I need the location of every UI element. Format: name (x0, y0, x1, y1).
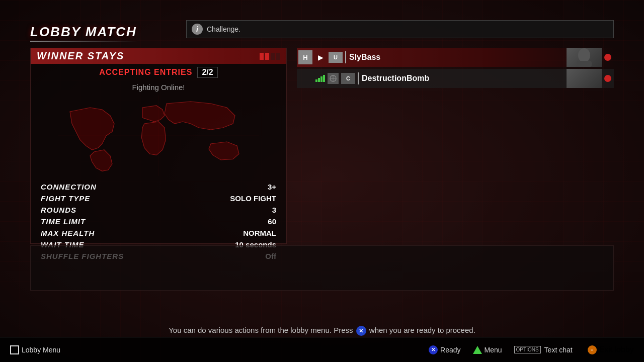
player-list: H ▶ U SlyBass C Destruc (297, 48, 614, 90)
panel-title: WINNER STAYS (37, 50, 124, 62)
svg-rect-4 (577, 61, 592, 67)
text-chat-label: Text chat (544, 346, 573, 354)
top-bar-text: Challenge. (207, 25, 240, 33)
square-button-icon (10, 345, 19, 354)
accepting-label: ACCEPTING ENTRIES (99, 68, 192, 77)
entries-count: 2/2 (197, 67, 217, 78)
exit-lobby-button[interactable]: ○ Exit lobby (588, 345, 634, 354)
x-button-icon: ✕ (356, 326, 366, 336)
circle-button-icon: ○ (588, 345, 597, 354)
chat-area (30, 245, 614, 291)
signal-bar (318, 78, 320, 82)
divider (345, 51, 346, 63)
fighting-online: Fighting Online! (31, 81, 286, 96)
lobby-menu-button[interactable]: Lobby Menu (10, 345, 60, 354)
x-button-icon-bottom: ✕ (429, 345, 438, 354)
indicator-bar-2 (265, 53, 269, 60)
ready-label: Ready (440, 346, 460, 354)
connection-label: CONNECTION (41, 183, 97, 191)
top-info-bar: i Challenge. (186, 20, 614, 38)
connection-row: CONNECTION 3+ (41, 181, 276, 193)
player-type-badge: U (329, 52, 343, 63)
max-health-value: NORMAL (243, 229, 276, 237)
connection-icon (328, 73, 339, 84)
indicator-bar-4 (276, 53, 280, 60)
triangle-button-icon (473, 346, 482, 354)
spacer (298, 71, 312, 85)
avatar-placeholder-2 (567, 69, 602, 88)
lobby-title-area: LOBBY MATCH (30, 24, 137, 42)
player-name: DestructionBomb (362, 74, 567, 83)
exit-lobby-label: Exit lobby (599, 345, 634, 354)
connection-value: 3+ (268, 183, 276, 191)
signal-bars (315, 75, 325, 82)
time-limit-label: TIME LIMIT (41, 217, 86, 226)
text-chat-button[interactable]: OPTIONS Text chat (514, 346, 573, 354)
max-health-row: MAX HEALTH NORMAL (41, 227, 276, 239)
signal-bar (315, 79, 317, 82)
player-ready-dot-2 (604, 75, 611, 82)
signal-bar (323, 75, 325, 82)
time-limit-value: 60 (268, 217, 276, 226)
player-avatar (567, 48, 602, 67)
player-type-badge-cpu: C (341, 73, 355, 84)
accepting-row: ACCEPTING ENTRIES 2/2 (31, 64, 286, 81)
player-ready-dot (604, 54, 611, 61)
rounds-label: ROUNDS (41, 206, 76, 214)
host-icon: H (298, 50, 312, 64)
indicator-bar-1 (260, 53, 264, 60)
hint-text: You can do various actions from the lobb… (169, 326, 353, 334)
time-limit-row: TIME LIMIT 60 (41, 216, 276, 227)
world-map (36, 96, 281, 176)
player-name: SlyBass (349, 53, 567, 62)
rounds-row: ROUNDS 3 (41, 204, 276, 216)
rounds-value: 3 (272, 206, 276, 214)
ready-button[interactable]: ✕ Ready (429, 345, 460, 354)
page-title: LOBBY MATCH (30, 24, 137, 40)
fight-type-label: FIGHT TYPE (41, 194, 90, 203)
bottom-bar: Lobby Menu ✕ Ready Menu OPTIONS Text cha… (0, 337, 644, 362)
main-panel: WINNER STAYS ACCEPTING ENTRIES 2/2 Fight… (30, 48, 287, 244)
menu-label: Menu (485, 346, 502, 354)
player-avatar-2 (567, 69, 602, 88)
svg-point-3 (578, 48, 590, 62)
options-button-icon: OPTIONS (514, 346, 541, 353)
signal-bar (320, 76, 323, 82)
panel-header: WINNER STAYS (31, 48, 286, 64)
fight-type-value: SOLO FIGHT (230, 194, 276, 203)
max-health-label: MAX HEALTH (41, 229, 95, 237)
bottom-center-buttons: ✕ Ready Menu OPTIONS Text chat (429, 345, 583, 354)
menu-button[interactable]: Menu (473, 346, 502, 354)
title-underline (30, 41, 137, 42)
avatar-placeholder (567, 48, 602, 67)
indicator-bar-3 (271, 53, 275, 60)
bottom-hint: You can do various actions from the lobb… (0, 326, 644, 336)
play-icon: ▶ (315, 52, 326, 63)
divider (358, 72, 359, 84)
player-row: C DestructionBomb (297, 69, 614, 88)
panel-indicator (260, 53, 280, 60)
fight-type-row: FIGHT TYPE SOLO FIGHT (41, 193, 276, 204)
hint-text-end: when you are ready to proceed. (369, 326, 475, 334)
info-icon: i (192, 24, 203, 35)
lobby-menu-label: Lobby Menu (22, 346, 60, 354)
player-row: H ▶ U SlyBass (297, 48, 614, 67)
